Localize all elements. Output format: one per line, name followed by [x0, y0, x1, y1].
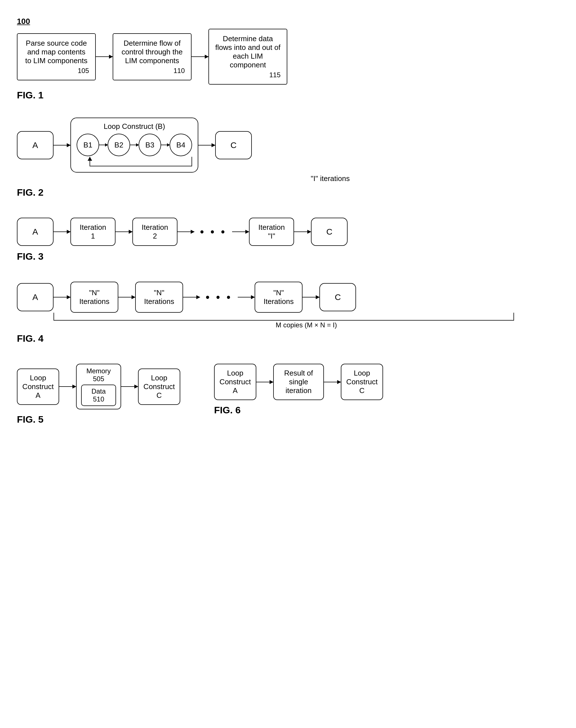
- fig5-memory-title: Memory 505: [86, 367, 111, 383]
- fig2-caption: FIG. 2: [17, 187, 559, 198]
- fig3-nodeC: C: [311, 218, 348, 246]
- fig2-iterations-label: "I" iterations: [102, 174, 559, 183]
- fig5-flow: Loop Construct A Memory 505 Data 510 Loo…: [17, 364, 180, 409]
- fig5-lcC: Loop Construct C: [138, 369, 180, 405]
- fig4-arrow3: [183, 297, 200, 297]
- fig2-nodeC: C: [215, 131, 252, 159]
- fig3-dots: • • •: [194, 225, 232, 238]
- fig1-label-100: 100: [17, 17, 559, 26]
- fig5-arrow2: [121, 386, 138, 387]
- fig2-loop-title: Loop Construct (B): [104, 122, 165, 131]
- fig4-niter2: "N" Iterations: [135, 282, 183, 313]
- fig6-section: Loop Construct A Result of single iterat…: [214, 364, 383, 415]
- fig6-lcA: Loop Construct A: [214, 364, 256, 400]
- fig1-arrow1: [96, 56, 113, 57]
- fig5-lcA: Loop Construct A: [17, 369, 59, 405]
- fig4-bracket-label: M copies (M × N = I): [17, 321, 559, 329]
- fig5-section: Loop Construct A Memory 505 Data 510 Loo…: [17, 364, 180, 425]
- fig5-caption: FIG. 5: [17, 414, 180, 425]
- fig5-arrow1: [59, 386, 76, 387]
- fig3-nodeA: A: [17, 218, 54, 246]
- fig4-flow: A "N" Iterations "N" Iterations • • • "N…: [17, 282, 559, 313]
- fig4-nodeC: C: [319, 283, 356, 311]
- fig4-section: A "N" Iterations "N" Iterations • • • "N…: [17, 282, 559, 344]
- fig2-b1: B1: [77, 134, 99, 156]
- fig1-box1: Parse source code and map contents to LI…: [17, 33, 96, 80]
- fig6-arrow2: [324, 382, 341, 382]
- fig4-niter1: "N" Iterations: [70, 282, 118, 313]
- fig2-small-arrow2: [130, 145, 139, 145]
- fig2-loop-construct: Loop Construct (B) B1 B2 B3 B4: [70, 117, 198, 172]
- fig2-arrow2: [198, 145, 215, 145]
- fig4-nodeA: A: [17, 283, 54, 311]
- fig3-arrow2: [115, 232, 133, 232]
- fig1-arrow2: [192, 56, 208, 57]
- fig4-arrow2: [118, 297, 135, 297]
- fig2-flow: A Loop Construct (B) B1 B2 B3 B4: [17, 117, 559, 172]
- fig3-flow: A Iteration 1 Iteration 2 • • • Iteratio…: [17, 218, 559, 246]
- fig3-arrow5: [294, 232, 311, 232]
- fig3-arrow1: [54, 232, 70, 232]
- fig3-section: A Iteration 1 Iteration 2 • • • Iteratio…: [17, 218, 559, 262]
- fig1-flow: Parse source code and map contents to LI…: [17, 29, 559, 85]
- fig6-result: Result of single iteration: [273, 364, 324, 400]
- fig56-row: Loop Construct A Memory 505 Data 510 Loo…: [17, 364, 559, 425]
- fig6-caption: FIG. 6: [214, 405, 383, 415]
- fig4-caption: FIG. 4: [17, 333, 559, 344]
- fig5-memory: Memory 505 Data 510: [76, 364, 121, 409]
- fig4-arrow1: [54, 297, 70, 297]
- fig2-nodeA: A: [17, 131, 54, 159]
- fig2-loop-inner: B1 B2 B3 B4: [77, 134, 192, 156]
- fig2-small-arrow1: [99, 145, 108, 145]
- fig2-b4: B4: [170, 134, 192, 156]
- fig1-section: 100 Parse source code and map contents t…: [17, 17, 559, 101]
- fig4-niterM: "N" Iterations: [255, 282, 303, 313]
- fig1-box2: Determine flow of control through the LI…: [113, 33, 192, 80]
- fig2-b3: B3: [139, 134, 161, 156]
- fig2-small-arrow3: [161, 145, 170, 145]
- fig3-iter1: Iteration 1: [70, 218, 115, 246]
- fig3-iter2: Iteration 2: [133, 218, 177, 246]
- fig4-bracket: [54, 313, 514, 321]
- fig2-b2: B2: [108, 134, 130, 156]
- fig6-flow: Loop Construct A Result of single iterat…: [214, 364, 383, 400]
- fig2-back-arrow: [77, 157, 192, 166]
- fig1-caption: FIG. 1: [17, 90, 559, 101]
- fig4-bracket-wrapper: A "N" Iterations "N" Iterations • • • "N…: [17, 282, 559, 329]
- fig4-dots: • • •: [200, 291, 238, 304]
- fig2-arrow1: [54, 145, 70, 145]
- fig2-section: A Loop Construct (B) B1 B2 B3 B4: [17, 117, 559, 198]
- fig6-arrow1: [256, 382, 273, 382]
- fig6-lcC: Loop Construct C: [341, 364, 383, 400]
- fig1-box3: Determine data flows into and out of eac…: [208, 29, 287, 85]
- fig4-arrow5: [303, 297, 319, 297]
- fig5-data-box: Data 510: [81, 384, 116, 406]
- fig3-iterI: Iteration "I": [249, 218, 294, 246]
- fig3-caption: FIG. 3: [17, 251, 559, 262]
- fig3-arrow4: [232, 232, 249, 232]
- fig4-arrow4: [238, 297, 255, 297]
- fig3-arrow3: [177, 232, 194, 232]
